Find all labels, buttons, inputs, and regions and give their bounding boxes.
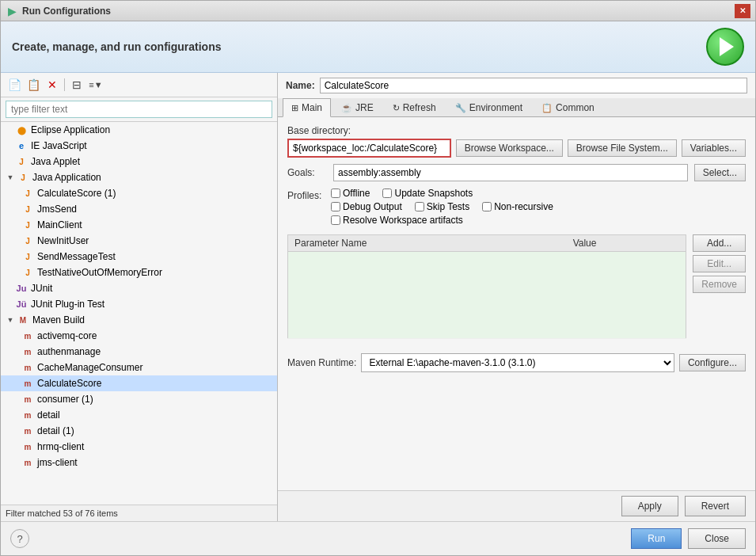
- tree-item-mainclient[interactable]: J MainClient: [1, 217, 277, 233]
- apply-button[interactable]: Apply: [621, 496, 678, 516]
- base-dir-input[interactable]: [287, 139, 451, 158]
- collapse-all-button[interactable]: ⊟: [68, 76, 85, 93]
- goals-input[interactable]: [333, 164, 688, 181]
- configure-runtime-button[interactable]: Configure...: [679, 354, 746, 371]
- close-button[interactable]: Close: [688, 528, 746, 549]
- tree-item-detail1[interactable]: m detail (1): [1, 423, 277, 439]
- edit-param-button[interactable]: Edit...: [693, 255, 746, 272]
- tree-item-hrmq[interactable]: m hrmq-client: [1, 439, 277, 455]
- java-app-icon: J: [17, 171, 29, 184]
- offline-checkbox-item[interactable]: Offline: [331, 188, 370, 199]
- common-tab-icon: 📋: [541, 103, 553, 113]
- update-snapshots-checkbox[interactable]: [382, 189, 392, 198]
- duplicate-config-button[interactable]: 📋: [25, 76, 42, 93]
- tree-item-activemq[interactable]: m activemq-core: [1, 328, 277, 344]
- tree-item-ie-javascript[interactable]: e IE JavaScript: [1, 138, 277, 154]
- offline-checkbox[interactable]: [331, 189, 340, 198]
- tree-item-calculatescore1[interactable]: J CalculateScore (1): [1, 185, 277, 201]
- tree-item-sendmessagetest[interactable]: J SendMessageTest: [1, 249, 277, 265]
- name-label: Name:: [286, 80, 315, 91]
- tree-label: detail: [37, 409, 60, 421]
- variables-button[interactable]: Variables...: [682, 139, 746, 157]
- tree-item-java-application[interactable]: ▼ J Java Application: [1, 169, 277, 185]
- maven-icon3: m: [21, 345, 34, 358]
- tree-item-authenmanage[interactable]: m authenmanage: [1, 344, 277, 360]
- non-recursive-checkbox-item[interactable]: Non-recursive: [482, 201, 553, 212]
- config-tree: ⬤ Eclipse Application e IE JavaScript J …: [1, 122, 277, 505]
- tree-label: NewInitUser: [37, 235, 89, 246]
- tab-common[interactable]: 📋 Common: [533, 98, 603, 116]
- tree-item-jmssend[interactable]: J JmsSend: [1, 201, 277, 217]
- tree-label: TestNativeOutOfMemoryError: [37, 267, 162, 278]
- add-param-button[interactable]: Add...: [693, 234, 746, 252]
- tree-item-cachemanage[interactable]: m CacheManageConsumer: [1, 360, 277, 375]
- maven-icon10: m: [21, 456, 34, 469]
- maven-icon4: m: [21, 361, 34, 374]
- run-button[interactable]: Run: [631, 528, 682, 549]
- tree-item-testnative[interactable]: J TestNativeOutOfMemoryError: [1, 265, 277, 280]
- offline-label: Offline: [343, 188, 370, 199]
- tree-label: Java Application: [32, 172, 101, 183]
- resolve-workspace-checkbox-item[interactable]: Resolve Workspace artifacts: [331, 215, 463, 226]
- tab-main[interactable]: ⊞ Main: [283, 98, 331, 117]
- java-icon5: J: [21, 250, 34, 263]
- tree-item-jms-client[interactable]: m jms-client: [1, 455, 277, 470]
- delete-config-button[interactable]: ✕: [44, 76, 61, 93]
- tree-item-junit[interactable]: Ju JUnit: [1, 280, 277, 296]
- browse-workspace-button[interactable]: Browse Workspace...: [456, 139, 563, 157]
- maven-icon7: m: [21, 409, 34, 421]
- close-window-button[interactable]: ✕: [735, 4, 750, 18]
- debug-output-label: Debug Output: [343, 201, 402, 212]
- tree-label: Maven Build: [32, 314, 85, 326]
- tab-common-label: Common: [556, 102, 595, 113]
- tree-item-java-applet[interactable]: J Java Applet: [1, 154, 277, 169]
- tree-item-calculatescore-selected[interactable]: m CalculateScore: [1, 375, 277, 391]
- config-tabs: ⊞ Main ☕ JRE ↻ Refresh 🔧 Environment 📋: [278, 98, 755, 117]
- debug-output-checkbox[interactable]: [331, 202, 340, 211]
- main-tab-icon: ⊞: [291, 103, 298, 113]
- param-value-header: Value: [567, 235, 686, 252]
- tree-item-eclipse-app[interactable]: ⬤ Eclipse Application: [1, 122, 277, 138]
- tree-item-consumer1[interactable]: m consumer (1): [1, 391, 277, 407]
- non-recursive-checkbox[interactable]: [482, 202, 492, 211]
- tab-environment[interactable]: 🔧 Environment: [446, 98, 531, 116]
- base-dir-label: Base directory:: [287, 125, 746, 136]
- maven-icon6: m: [21, 393, 34, 406]
- skip-tests-checkbox[interactable]: [415, 202, 424, 211]
- window-title: Run Configurations: [22, 6, 735, 17]
- filter-input[interactable]: [6, 101, 272, 118]
- filter-status: Filter matched 53 of 76 items: [1, 505, 277, 521]
- header-title: Create, manage, and run configurations: [12, 40, 222, 53]
- java-icon2: J: [21, 203, 34, 215]
- tab-refresh-label: Refresh: [403, 102, 436, 113]
- junit-icon: Ju: [15, 282, 28, 295]
- help-button[interactable]: ?: [10, 529, 29, 548]
- tab-refresh[interactable]: ↻ Refresh: [384, 98, 445, 116]
- prototype-button[interactable]: ≡▼: [87, 76, 104, 93]
- tree-label: jms-client: [37, 457, 78, 468]
- maven-icon2: m: [21, 329, 34, 342]
- tree-item-newinituser[interactable]: J NewInitUser: [1, 233, 277, 249]
- maven-icon: M: [17, 314, 29, 326]
- tab-jre[interactable]: ☕ JRE: [332, 98, 382, 116]
- remove-param-button[interactable]: Remove: [693, 276, 746, 293]
- config-name-input[interactable]: [320, 78, 747, 93]
- debug-output-checkbox-item[interactable]: Debug Output: [331, 201, 402, 212]
- tab-jre-label: JRE: [355, 102, 374, 113]
- resolve-workspace-checkbox[interactable]: [331, 215, 340, 225]
- tree-item-detail[interactable]: m detail: [1, 407, 277, 423]
- runtime-select[interactable]: External E:\apache-maven-3.1.0 (3.1.0): [361, 353, 674, 372]
- runtime-label: Maven Runtime:: [287, 357, 356, 368]
- select-goals-button[interactable]: Select...: [694, 164, 746, 181]
- revert-button[interactable]: Revert: [685, 496, 746, 516]
- skip-tests-checkbox-item[interactable]: Skip Tests: [415, 201, 469, 212]
- tree-label: Eclipse Application: [31, 124, 110, 135]
- update-snapshots-checkbox-item[interactable]: Update Snapshots: [382, 188, 473, 199]
- browse-filesystem-button[interactable]: Browse File System...: [568, 139, 677, 157]
- tree-item-maven-build[interactable]: ▼ M Maven Build: [1, 312, 277, 328]
- tree-label: authenmanage: [37, 346, 101, 357]
- tree-item-junit-plugin[interactable]: Jü JUnit Plug-in Test: [1, 296, 277, 312]
- tree-label: consumer (1): [37, 394, 93, 405]
- tree-label: JmsSend: [37, 204, 77, 215]
- new-config-button[interactable]: 📄: [6, 76, 23, 93]
